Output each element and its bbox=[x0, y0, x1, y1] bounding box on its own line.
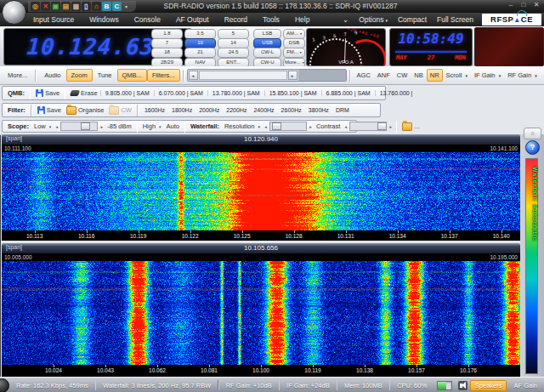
scroll-right-button[interactable]: ▸ bbox=[288, 71, 298, 80]
target-icon[interactable]: ◎ bbox=[31, 2, 40, 11]
menu-item-compact[interactable]: Compact bbox=[394, 13, 431, 26]
menu-item-options[interactable]: Options▾ bbox=[354, 13, 392, 27]
menu-overflow-chevron-icon[interactable]: ⌄ bbox=[338, 13, 353, 26]
help-button[interactable]: ? bbox=[525, 140, 540, 155]
title-bar[interactable]: ◎✕▣▤▦▯⌂BC▾ SDR-RADIO version 1.5 build 1… bbox=[0, 0, 544, 13]
waterfall-1-header[interactable]: [span] 10.120.940 bbox=[2, 134, 520, 145]
mode-button-am[interactable]: AM...▾ bbox=[283, 29, 305, 39]
band-button-5[interactable]: 5 bbox=[218, 29, 249, 39]
band-button-18[interactable]: 18 bbox=[151, 48, 183, 58]
qmb-save-button[interactable]: Save bbox=[33, 89, 62, 97]
qmb-memory-button[interactable]: 15.850.100 | SAM bbox=[264, 90, 321, 96]
slider-right-arrow-icon[interactable]: ▸ bbox=[308, 124, 314, 129]
qmb-memory-button[interactable]: 13.760.000 | bbox=[375, 90, 417, 96]
filter-bandwidth-1600hz[interactable]: 1600Hz bbox=[141, 107, 168, 113]
dsp-toggle-nb[interactable]: NB bbox=[411, 69, 426, 82]
menu-item-record[interactable]: Record bbox=[217, 13, 255, 26]
monitor-icon[interactable]: ▣ bbox=[51, 2, 60, 11]
waterfall-resolution-dropdown[interactable]: Resolution▾ bbox=[222, 122, 263, 130]
mode-button-fm[interactable]: FM...▾ bbox=[283, 48, 305, 58]
keyboard-icon[interactable]: ▦ bbox=[71, 2, 81, 11]
toolbar-button-more[interactable]: More... bbox=[3, 69, 32, 82]
filter-bandwidth-2600hz[interactable]: 2600Hz bbox=[278, 107, 305, 113]
toolbar-button-qmb[interactable]: QMB... bbox=[117, 69, 147, 82]
speakers-button[interactable]: Speakers bbox=[470, 380, 507, 391]
maximize-button[interactable]: □ bbox=[519, 1, 528, 9]
slider-right-arrow-icon[interactable]: ▸ bbox=[99, 124, 105, 129]
app-logo[interactable] bbox=[2, 0, 26, 25]
waterfall-1-frequency-scale[interactable]: 10.11310.11610.11910.12210.12510.12810.1… bbox=[2, 230, 520, 241]
menu-item-tools[interactable]: Tools bbox=[255, 13, 287, 26]
scrollbar-track[interactable] bbox=[199, 71, 287, 80]
slider-right-arrow-icon[interactable]: ▸ bbox=[388, 124, 394, 129]
dropdown-rf-gain[interactable]: RF Gain ▾ bbox=[504, 70, 541, 81]
menu-item-console[interactable]: Console bbox=[127, 13, 168, 26]
slider-left-arrow-icon[interactable]: ◂ bbox=[54, 124, 60, 129]
slider-left-arrow-icon[interactable]: ◂ bbox=[263, 124, 269, 129]
minimize-button[interactable]: – bbox=[507, 1, 515, 9]
dropdown-scroll[interactable]: Scroll ▾ bbox=[443, 70, 471, 81]
slider-thumb[interactable] bbox=[81, 122, 90, 130]
tools-icon[interactable]: ✕ bbox=[41, 2, 50, 11]
af-gain-label[interactable]: AF Gain bbox=[507, 382, 544, 389]
band-button-1.8[interactable]: 1.8 bbox=[151, 29, 183, 39]
contrast-slider[interactable]: ◂ ▸ bbox=[343, 122, 394, 131]
toolbar-button-filters[interactable]: Filters... bbox=[147, 69, 180, 82]
scope-low-slider[interactable]: ◂ ▸ bbox=[54, 122, 105, 131]
scope-low-dropdown[interactable]: Low▾ bbox=[31, 122, 54, 130]
dsp-toggle-anf[interactable]: ANF bbox=[374, 69, 394, 82]
filter-bandwidth-2200hz[interactable]: 2200Hz bbox=[223, 107, 250, 113]
filter-bandwidth-drm[interactable]: DRM bbox=[332, 107, 353, 113]
filter-bandwidth-2000hz[interactable]: 2000Hz bbox=[196, 107, 223, 113]
tuning-scrollbar[interactable]: ◂ ▸ bbox=[187, 69, 347, 82]
slider-thumb[interactable] bbox=[272, 122, 281, 130]
qmb-memory-button[interactable]: 13.780.000 | SAM bbox=[207, 90, 264, 96]
waterfall-options-button[interactable]: ... bbox=[400, 122, 422, 131]
slider-left-arrow-icon[interactable]: ◂ bbox=[343, 124, 348, 129]
menu-item-fullscreen[interactable]: Full Screen bbox=[433, 13, 478, 26]
resolution-slider[interactable]: ◂ ▸ bbox=[263, 122, 314, 131]
band-button-10[interactable]: 10 bbox=[184, 38, 216, 48]
scroll-left-button[interactable]: ◂ bbox=[189, 71, 198, 80]
badge-b-icon[interactable]: B bbox=[102, 2, 111, 11]
home-icon[interactable]: ⌂ bbox=[92, 2, 101, 11]
badge-c-icon[interactable]: C bbox=[112, 2, 122, 11]
dsp-toggle-nr[interactable]: NR bbox=[427, 69, 443, 82]
band-button-21[interactable]: 21 bbox=[184, 48, 216, 58]
waterfall-2-frequency-scale[interactable]: 10.02410.04310.06210.08110.10010.11910.1… bbox=[2, 365, 520, 377]
band-button-24.5[interactable]: 24.5 bbox=[218, 48, 249, 58]
mode-button-cw-l[interactable]: CW-L bbox=[253, 48, 281, 58]
mode-button-lsb[interactable]: LSB bbox=[253, 29, 281, 39]
calendar-icon[interactable]: ▤ bbox=[61, 2, 71, 11]
speaker-icon[interactable] bbox=[458, 381, 468, 390]
slider-thumb[interactable] bbox=[377, 122, 387, 130]
dropdown-if-gain[interactable]: IF Gain ▾ bbox=[471, 70, 504, 81]
menu-item-help[interactable]: Help bbox=[287, 13, 317, 26]
filter-save-button[interactable]: Save bbox=[35, 106, 64, 114]
waterfall-2-header[interactable]: [span] 10.105.656 bbox=[2, 243, 520, 253]
qmb-memory-button[interactable]: 6.885.000 | SAM bbox=[321, 90, 375, 96]
slider-track[interactable] bbox=[60, 122, 98, 131]
qmb-memory-button[interactable]: 6.070.000 | SAM bbox=[154, 90, 207, 96]
close-button[interactable]: ✕ bbox=[532, 1, 541, 9]
mode-button-usb[interactable]: USB bbox=[253, 38, 281, 48]
qmb-erase-button[interactable]: Erase bbox=[68, 89, 100, 97]
menu-item-af-output[interactable]: AF Output bbox=[168, 13, 217, 26]
filter-bandwidth-2400hz[interactable]: 2400Hz bbox=[250, 107, 277, 113]
scope-auto-button[interactable]: Auto bbox=[164, 122, 182, 130]
dsp-toggle-cw[interactable]: CW bbox=[394, 69, 411, 82]
dsp-toggle-agc[interactable]: AGC bbox=[354, 69, 374, 82]
band-button-3.5[interactable]: 3.5 bbox=[184, 29, 216, 39]
filter-organise-button[interactable]: Organise bbox=[64, 106, 106, 115]
document-icon[interactable]: ▯ bbox=[82, 2, 91, 11]
band-button-14[interactable]: 14 bbox=[218, 38, 249, 48]
pin-panel-button[interactable]: ⌂ bbox=[524, 128, 541, 139]
waterfall-display-1[interactable] bbox=[2, 152, 520, 230]
menu-item-windows[interactable]: Windows bbox=[82, 13, 126, 26]
mode-button-dsb[interactable]: DSB bbox=[283, 38, 305, 48]
slider-track[interactable] bbox=[269, 122, 307, 131]
filter-bandwidth-1800hz[interactable]: 1800Hz bbox=[168, 107, 196, 113]
waterfall-display-2[interactable] bbox=[2, 261, 520, 365]
menu-item-input-source[interactable]: Input Source bbox=[26, 13, 82, 26]
scope-high-dropdown[interactable]: High▾ bbox=[140, 122, 164, 130]
